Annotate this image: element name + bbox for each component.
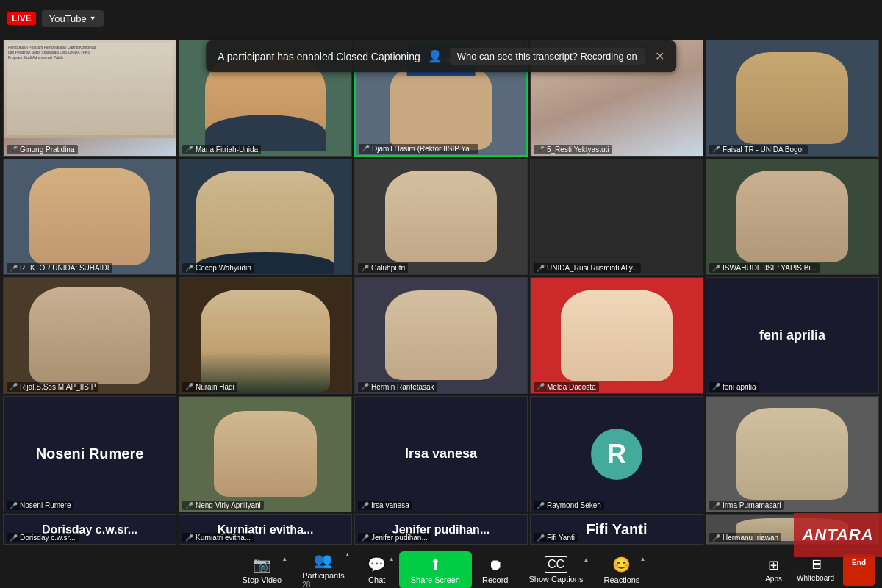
tile-name-feni: 🎤 feni aprilia xyxy=(709,382,759,392)
share-screen-btn[interactable]: ⬆ Share Screen xyxy=(399,551,472,588)
tile-noseni[interactable]: Noseni Rumere 🎤 Noseni Rumere xyxy=(3,396,176,513)
stop-video-label: Stop Video xyxy=(243,576,282,584)
chat-label: Chat xyxy=(368,576,385,584)
chat-btn[interactable]: 💬 Chat ▲ xyxy=(355,551,399,588)
apps-icon: ⊞ xyxy=(768,557,779,573)
whiteboard-label: Whiteboard xyxy=(797,574,834,582)
noseni-name-display: Noseni Rumere xyxy=(4,397,176,512)
record-icon: ⏺ xyxy=(488,556,503,573)
tile-faisal[interactable]: 🎤 Faisal TR - UNIDA Bogor xyxy=(706,40,879,157)
tile-name-melda: 🎤 Melda Dacosta xyxy=(534,382,599,392)
tile-name-cecep: 🎤 Cecep Wahyudin xyxy=(182,263,254,273)
participants-caret: ▲ xyxy=(345,551,351,558)
tile-name-kurniatri: 🎤 Kurniatri evitha... xyxy=(182,533,254,542)
grid-row-3: 🎤 Rijal,S.Sos,M.AP_IISIP 🎤 Nurain Hadi 🎤… xyxy=(3,277,879,394)
video-camera-icon: 📷 xyxy=(253,556,271,573)
end-label: End xyxy=(852,559,866,567)
tile-dorisday[interactable]: Dorisday c.w.sr... 🎤 Dorisday c.w.sr... xyxy=(3,514,176,545)
irsa-name-display: Irsa vanesa xyxy=(355,397,527,512)
bottom-toolbar: 📷 Stop Video ▲ 👥 Participants 28 ▲ 💬 Cha… xyxy=(0,548,882,588)
chat-icon: 💬 xyxy=(368,556,386,573)
tile-rijal[interactable]: 🎤 Rijal,S.Sos,M.AP_IISIP xyxy=(3,277,176,394)
tile-galuh[interactable]: 🎤 Galuhputri xyxy=(354,159,528,276)
tile-rusi[interactable]: 🎤 UNIDA_Rusi Rusmiati Aliy... xyxy=(530,159,703,276)
participants-btn[interactable]: 👥 Participants 28 ▲ xyxy=(292,547,354,588)
chat-caret: ▲ xyxy=(389,556,395,562)
caption-close-btn[interactable]: ✕ xyxy=(655,49,664,63)
tile-name-nurain: 🎤 Nurain Hadi xyxy=(182,382,237,392)
tile-name-hermin: 🎤 Hermin Rantetasak xyxy=(358,382,437,392)
top-bar: LIVE YouTube xyxy=(0,0,882,37)
tile-name-galuh: 🎤 Galuhputri xyxy=(358,263,408,273)
toolbar-right-section: ⊞ Apps 🖥 Whiteboard End xyxy=(759,554,875,586)
tile-irma[interactable]: 🎤 Irma Purnamasari xyxy=(706,396,879,513)
tile-name-hermanu: 🎤 Hermanu Iriawan xyxy=(709,533,781,542)
reactions-btn[interactable]: 😊 Reactions ▲ xyxy=(593,551,650,588)
tile-melda[interactable]: 🎤 Melda Dacosta xyxy=(530,277,703,394)
tile-name-djamil: 🎤 Djamil Hasim (Rektor IISIP Ya... xyxy=(359,144,478,154)
tile-name-rektor: 🎤 REKTOR UNIDA: SUHAIDI xyxy=(7,263,112,273)
apps-label: Apps xyxy=(765,575,782,583)
grid-row-4: Noseni Rumere 🎤 Noseni Rumere 🎤 Neng Vir… xyxy=(3,396,879,513)
show-captions-btn[interactable]: CC Show Captions ▲ xyxy=(518,552,593,588)
tile-name-irma: 🎤 Irma Purnamasari xyxy=(709,501,784,510)
tile-name-rijal: 🎤 Rijal,S.Sos,M.AP_IISIP xyxy=(7,382,98,392)
raymond-avatar: R xyxy=(591,429,642,480)
caption-message: A participant has enabled Closed Caption… xyxy=(218,51,420,62)
captions-caret: ▲ xyxy=(584,556,589,563)
tile-jenifer[interactable]: Jenifer pudihan... 🎤 Jenifer pudihan... xyxy=(354,514,528,545)
tile-kurniatri[interactable]: Kurniatri evitha... 🎤 Kurniatri evitha..… xyxy=(179,514,352,545)
tile-name-iswahudi: 🎤 ISWAHUDI. IISIP YAPIS Bi... xyxy=(709,263,820,273)
video-grid: Pembukaan Program Pembelajaran Daring Ko… xyxy=(0,37,882,548)
raymond-avatar-display: R xyxy=(531,397,703,512)
tile-name-rusi: 🎤 UNIDA_Rusi Rusmiati Aliy... xyxy=(534,263,641,273)
whiteboard-btn[interactable]: 🖥 Whiteboard xyxy=(791,554,840,586)
tile-irsa[interactable]: Irsa vanesa 🎤 Irsa vanesa xyxy=(354,396,528,513)
reactions-icon: 😊 xyxy=(612,556,631,573)
person-icon: 👤 xyxy=(428,49,442,63)
participant-count: 28 xyxy=(302,581,310,588)
apps-btn[interactable]: ⊞ Apps xyxy=(759,554,788,586)
tile-name-irsa: 🎤 Irsa vanesa xyxy=(358,501,412,510)
share-screen-label: Share Screen xyxy=(411,576,460,584)
tile-hermin[interactable]: 🎤 Hermin Rantetasak xyxy=(354,277,528,394)
tile-name-ginung: 🎤 Ginung Pratidina xyxy=(7,145,78,154)
tile-name-maria: 🎤 Maria Fitriah-Unida xyxy=(182,145,261,154)
end-btn[interactable]: End xyxy=(843,554,875,586)
youtube-dropdown[interactable]: YouTube xyxy=(42,10,104,27)
live-badge: LIVE xyxy=(7,12,36,25)
tile-name-dorisday: 🎤 Dorisday c.w.sr... xyxy=(7,533,79,542)
grid-row-2: 🎤 REKTOR UNIDA: SUHAIDI 🎤 Cecep Wahyudin xyxy=(3,159,879,276)
tile-raymond[interactable]: R 🎤 Raymond Sekeh xyxy=(530,396,703,513)
show-captions-label: Show Captions xyxy=(528,575,583,584)
tile-name-raymond: 🎤 Raymond Sekeh xyxy=(534,501,604,510)
reactions-label: Reactions xyxy=(603,576,639,584)
tile-ginung[interactable]: Pembukaan Program Pembelajaran Daring Ko… xyxy=(3,40,176,157)
stop-video-btn[interactable]: 📷 Stop Video ▲ xyxy=(232,551,293,588)
share-screen-icon: ⬆ xyxy=(429,556,442,573)
record-label: Record xyxy=(482,576,508,584)
participants-label: Participants 28 xyxy=(302,571,344,588)
participants-icon: 👥 xyxy=(314,551,332,569)
tile-neng[interactable]: 🎤 Neng Virly Apriliyani xyxy=(179,396,352,513)
tile-name-noseni: 🎤 Noseni Rumere xyxy=(7,501,74,510)
caption-notification: A participant has enabled Closed Caption… xyxy=(206,40,676,72)
tile-name-fifi: 🎤 Fifi Yanti xyxy=(534,533,578,542)
tile-rektor[interactable]: 🎤 REKTOR UNIDA: SUHAIDI xyxy=(3,159,176,276)
who-can-see-text: Who can see this transcript? Recording o… xyxy=(450,48,645,65)
tile-fifi[interactable]: Fifi Yanti 🎤 Fifi Yanti xyxy=(530,514,703,545)
tile-name-jenifer: 🎤 Jenifer pudihan... xyxy=(358,533,431,542)
tile-cecep[interactable]: 🎤 Cecep Wahyudin xyxy=(179,159,352,276)
tile-name-faisal: 🎤 Faisal TR - UNIDA Bogor xyxy=(709,145,808,154)
tile-feni[interactable]: feni aprilia 🎤 feni aprilia xyxy=(706,277,879,394)
video-caret: ▲ xyxy=(282,556,287,562)
tile-name-neng: 🎤 Neng Virly Apriliyani xyxy=(182,501,264,510)
antara-watermark: ANTARA xyxy=(794,513,882,557)
record-btn[interactable]: ⏺ Record xyxy=(472,552,518,589)
feni-name-display: feni aprilia xyxy=(706,278,878,393)
tile-nurain[interactable]: 🎤 Nurain Hadi xyxy=(179,277,352,394)
reactions-caret: ▲ xyxy=(639,556,645,562)
tile-iswahudi[interactable]: 🎤 ISWAHUDI. IISIP YAPIS Bi... xyxy=(706,159,879,276)
captions-icon: CC xyxy=(545,556,567,573)
whiteboard-icon: 🖥 xyxy=(809,557,822,573)
